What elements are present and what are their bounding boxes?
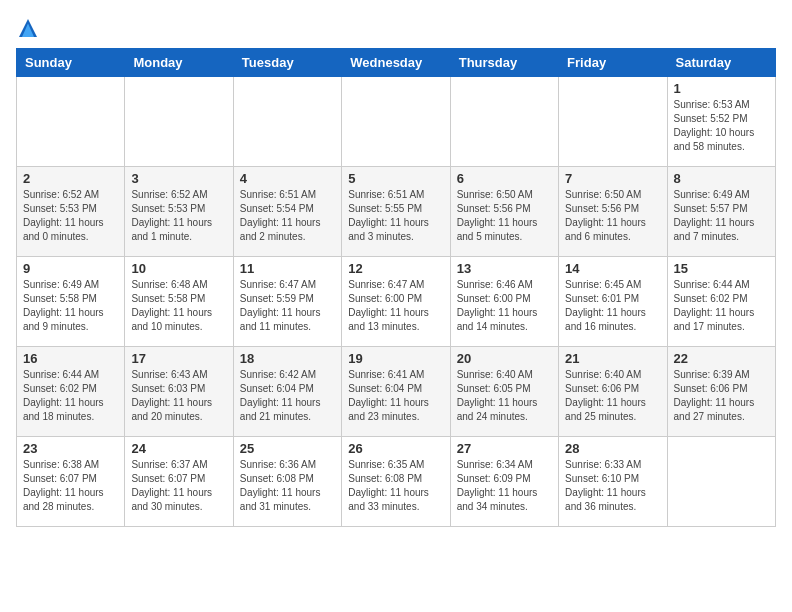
calendar-cell: 1Sunrise: 6:53 AM Sunset: 5:52 PM Daylig… [667, 77, 775, 167]
logo-icon [16, 16, 40, 40]
day-number: 25 [240, 441, 335, 456]
day-info: Sunrise: 6:47 AM Sunset: 5:59 PM Dayligh… [240, 278, 335, 334]
day-number: 4 [240, 171, 335, 186]
day-info: Sunrise: 6:50 AM Sunset: 5:56 PM Dayligh… [457, 188, 552, 244]
calendar-week-3: 9Sunrise: 6:49 AM Sunset: 5:58 PM Daylig… [17, 257, 776, 347]
calendar-cell: 12Sunrise: 6:47 AM Sunset: 6:00 PM Dayli… [342, 257, 450, 347]
day-info: Sunrise: 6:45 AM Sunset: 6:01 PM Dayligh… [565, 278, 660, 334]
day-number: 6 [457, 171, 552, 186]
calendar-cell [667, 437, 775, 527]
calendar-cell: 2Sunrise: 6:52 AM Sunset: 5:53 PM Daylig… [17, 167, 125, 257]
calendar-cell: 16Sunrise: 6:44 AM Sunset: 6:02 PM Dayli… [17, 347, 125, 437]
day-number: 14 [565, 261, 660, 276]
day-info: Sunrise: 6:34 AM Sunset: 6:09 PM Dayligh… [457, 458, 552, 514]
calendar-cell: 22Sunrise: 6:39 AM Sunset: 6:06 PM Dayli… [667, 347, 775, 437]
day-info: Sunrise: 6:40 AM Sunset: 6:05 PM Dayligh… [457, 368, 552, 424]
calendar-cell: 13Sunrise: 6:46 AM Sunset: 6:00 PM Dayli… [450, 257, 558, 347]
day-info: Sunrise: 6:49 AM Sunset: 5:58 PM Dayligh… [23, 278, 118, 334]
day-number: 12 [348, 261, 443, 276]
calendar-cell: 20Sunrise: 6:40 AM Sunset: 6:05 PM Dayli… [450, 347, 558, 437]
calendar-cell: 26Sunrise: 6:35 AM Sunset: 6:08 PM Dayli… [342, 437, 450, 527]
calendar-cell: 17Sunrise: 6:43 AM Sunset: 6:03 PM Dayli… [125, 347, 233, 437]
day-header-friday: Friday [559, 49, 667, 77]
calendar-cell: 27Sunrise: 6:34 AM Sunset: 6:09 PM Dayli… [450, 437, 558, 527]
day-header-tuesday: Tuesday [233, 49, 341, 77]
day-info: Sunrise: 6:48 AM Sunset: 5:58 PM Dayligh… [131, 278, 226, 334]
day-info: Sunrise: 6:51 AM Sunset: 5:55 PM Dayligh… [348, 188, 443, 244]
calendar-cell: 24Sunrise: 6:37 AM Sunset: 6:07 PM Dayli… [125, 437, 233, 527]
day-number: 20 [457, 351, 552, 366]
calendar-cell: 3Sunrise: 6:52 AM Sunset: 5:53 PM Daylig… [125, 167, 233, 257]
calendar-cell: 11Sunrise: 6:47 AM Sunset: 5:59 PM Dayli… [233, 257, 341, 347]
day-info: Sunrise: 6:51 AM Sunset: 5:54 PM Dayligh… [240, 188, 335, 244]
day-number: 19 [348, 351, 443, 366]
day-number: 9 [23, 261, 118, 276]
day-header-sunday: Sunday [17, 49, 125, 77]
calendar-week-5: 23Sunrise: 6:38 AM Sunset: 6:07 PM Dayli… [17, 437, 776, 527]
day-number: 26 [348, 441, 443, 456]
calendar-cell: 6Sunrise: 6:50 AM Sunset: 5:56 PM Daylig… [450, 167, 558, 257]
calendar-cell: 18Sunrise: 6:42 AM Sunset: 6:04 PM Dayli… [233, 347, 341, 437]
day-number: 17 [131, 351, 226, 366]
calendar-cell: 28Sunrise: 6:33 AM Sunset: 6:10 PM Dayli… [559, 437, 667, 527]
calendar-cell: 10Sunrise: 6:48 AM Sunset: 5:58 PM Dayli… [125, 257, 233, 347]
day-number: 22 [674, 351, 769, 366]
day-info: Sunrise: 6:52 AM Sunset: 5:53 PM Dayligh… [131, 188, 226, 244]
logo [16, 16, 44, 40]
calendar-cell: 14Sunrise: 6:45 AM Sunset: 6:01 PM Dayli… [559, 257, 667, 347]
day-info: Sunrise: 6:37 AM Sunset: 6:07 PM Dayligh… [131, 458, 226, 514]
day-number: 8 [674, 171, 769, 186]
calendar-week-1: 1Sunrise: 6:53 AM Sunset: 5:52 PM Daylig… [17, 77, 776, 167]
day-number: 2 [23, 171, 118, 186]
calendar-cell: 15Sunrise: 6:44 AM Sunset: 6:02 PM Dayli… [667, 257, 775, 347]
day-number: 27 [457, 441, 552, 456]
day-info: Sunrise: 6:52 AM Sunset: 5:53 PM Dayligh… [23, 188, 118, 244]
page-header [16, 16, 776, 40]
day-number: 28 [565, 441, 660, 456]
day-header-saturday: Saturday [667, 49, 775, 77]
calendar-cell [342, 77, 450, 167]
calendar-cell: 19Sunrise: 6:41 AM Sunset: 6:04 PM Dayli… [342, 347, 450, 437]
calendar-cell: 9Sunrise: 6:49 AM Sunset: 5:58 PM Daylig… [17, 257, 125, 347]
calendar-week-4: 16Sunrise: 6:44 AM Sunset: 6:02 PM Dayli… [17, 347, 776, 437]
day-number: 23 [23, 441, 118, 456]
calendar-header-row: SundayMondayTuesdayWednesdayThursdayFrid… [17, 49, 776, 77]
day-info: Sunrise: 6:53 AM Sunset: 5:52 PM Dayligh… [674, 98, 769, 154]
day-info: Sunrise: 6:44 AM Sunset: 6:02 PM Dayligh… [674, 278, 769, 334]
calendar-cell [233, 77, 341, 167]
day-info: Sunrise: 6:44 AM Sunset: 6:02 PM Dayligh… [23, 368, 118, 424]
calendar: SundayMondayTuesdayWednesdayThursdayFrid… [16, 48, 776, 527]
day-info: Sunrise: 6:39 AM Sunset: 6:06 PM Dayligh… [674, 368, 769, 424]
day-info: Sunrise: 6:50 AM Sunset: 5:56 PM Dayligh… [565, 188, 660, 244]
day-info: Sunrise: 6:36 AM Sunset: 6:08 PM Dayligh… [240, 458, 335, 514]
calendar-week-2: 2Sunrise: 6:52 AM Sunset: 5:53 PM Daylig… [17, 167, 776, 257]
calendar-cell: 5Sunrise: 6:51 AM Sunset: 5:55 PM Daylig… [342, 167, 450, 257]
calendar-cell: 23Sunrise: 6:38 AM Sunset: 6:07 PM Dayli… [17, 437, 125, 527]
calendar-cell: 7Sunrise: 6:50 AM Sunset: 5:56 PM Daylig… [559, 167, 667, 257]
day-number: 21 [565, 351, 660, 366]
day-header-monday: Monday [125, 49, 233, 77]
day-info: Sunrise: 6:43 AM Sunset: 6:03 PM Dayligh… [131, 368, 226, 424]
day-number: 16 [23, 351, 118, 366]
day-info: Sunrise: 6:35 AM Sunset: 6:08 PM Dayligh… [348, 458, 443, 514]
day-info: Sunrise: 6:49 AM Sunset: 5:57 PM Dayligh… [674, 188, 769, 244]
day-info: Sunrise: 6:38 AM Sunset: 6:07 PM Dayligh… [23, 458, 118, 514]
calendar-cell [450, 77, 558, 167]
day-info: Sunrise: 6:46 AM Sunset: 6:00 PM Dayligh… [457, 278, 552, 334]
day-number: 18 [240, 351, 335, 366]
day-number: 7 [565, 171, 660, 186]
calendar-cell: 8Sunrise: 6:49 AM Sunset: 5:57 PM Daylig… [667, 167, 775, 257]
day-number: 10 [131, 261, 226, 276]
day-info: Sunrise: 6:47 AM Sunset: 6:00 PM Dayligh… [348, 278, 443, 334]
day-info: Sunrise: 6:42 AM Sunset: 6:04 PM Dayligh… [240, 368, 335, 424]
day-number: 13 [457, 261, 552, 276]
calendar-cell [125, 77, 233, 167]
calendar-cell [17, 77, 125, 167]
calendar-cell [559, 77, 667, 167]
day-number: 15 [674, 261, 769, 276]
day-header-thursday: Thursday [450, 49, 558, 77]
day-number: 1 [674, 81, 769, 96]
day-number: 5 [348, 171, 443, 186]
day-info: Sunrise: 6:40 AM Sunset: 6:06 PM Dayligh… [565, 368, 660, 424]
day-info: Sunrise: 6:33 AM Sunset: 6:10 PM Dayligh… [565, 458, 660, 514]
